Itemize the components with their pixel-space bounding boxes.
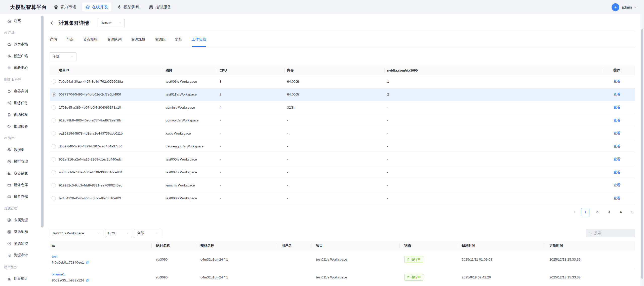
nav-compute-market[interactable]: 算力市场: [50, 3, 80, 12]
sidebar-item-resource-audit[interactable]: 资源审计: [0, 249, 45, 261]
page-title: 计算集群详情: [59, 20, 89, 26]
workload-filter-select[interactable]: 全部: [50, 52, 76, 61]
tab-monitor[interactable]: 监控: [175, 32, 182, 47]
page-button-2[interactable]: 2: [593, 208, 601, 216]
row-radio[interactable]: [52, 118, 56, 122]
nav-inference-service[interactable]: 推理服务: [145, 3, 175, 12]
prev-page-button[interactable]: [571, 208, 578, 216]
project-id: 7b0e54af-30ae-4457-8e4d-792e0566038a: [59, 80, 166, 83]
sidebar-section-model-service: 模型服务: [0, 261, 45, 273]
page-button-3[interactable]: 3: [605, 208, 613, 216]
tab-resource-group[interactable]: 资源组: [155, 32, 166, 47]
row-radio[interactable]: [52, 183, 56, 187]
sidebar: 总览 AI 广场 算力市场 模型广场 体验中心 训练 & 推理 容器实例 训练任…: [0, 14, 45, 286]
page-scrollbar-thumb[interactable]: [641, 29, 643, 279]
nav-label: 在线开发: [92, 5, 108, 10]
avatar[interactable]: A: [612, 3, 619, 11]
view-link[interactable]: 查看: [614, 144, 620, 148]
sidebar-section-resource-mgmt: 资源管理: [0, 203, 45, 214]
sidebar-item-container-image[interactable]: 容器镜像: [0, 168, 45, 179]
view-link[interactable]: 查看: [614, 105, 620, 109]
row-radio[interactable]: [52, 105, 56, 110]
spec-name: c4m32g1gm24 * 1: [198, 258, 279, 261]
workspace-select[interactable]: test011's Workspace: [50, 229, 103, 237]
sync-icon: [407, 276, 410, 279]
view-link[interactable]: 查看: [614, 183, 620, 187]
cluster-select[interactable]: Default: [98, 19, 125, 27]
gpu-value: -: [387, 106, 605, 109]
view-link[interactable]: 查看: [614, 196, 620, 200]
row-radio[interactable]: [52, 144, 56, 148]
sidebar-item-disk-storage[interactable]: 磁盘存储: [0, 191, 45, 203]
view-link[interactable]: 查看: [614, 170, 620, 174]
view-link[interactable]: 查看: [614, 157, 620, 161]
page-button-1[interactable]: 1: [581, 208, 589, 216]
view-link[interactable]: 查看: [614, 131, 620, 135]
sidebar-item-dataset[interactable]: 数据集: [0, 144, 45, 156]
gpu-value: -: [387, 183, 605, 187]
type-select[interactable]: ECS: [105, 229, 132, 237]
copy-icon[interactable]: [86, 278, 90, 282]
row-radio[interactable]: [52, 131, 56, 136]
sidebar-item-usage-stats[interactable]: 用量统计: [0, 273, 45, 285]
sidebar-scrollbar[interactable]: [41, 16, 44, 228]
tab-resource-spec[interactable]: 资源规格: [131, 32, 145, 47]
row-radio-checked[interactable]: [52, 92, 56, 97]
tab-detail[interactable]: 详情: [50, 32, 57, 47]
sidebar-item-training-task[interactable]: 训练任务: [0, 97, 45, 109]
gpu-value: -: [387, 144, 605, 148]
row-radio[interactable]: [52, 157, 56, 162]
sidebar-item-model-plaza[interactable]: 模型广场: [0, 50, 45, 62]
chevron-down-icon[interactable]: [634, 6, 637, 9]
tab-nodes[interactable]: 节点: [66, 32, 74, 47]
queue-name: rtx3090: [154, 258, 198, 261]
project-name: test007's Workspace: [166, 170, 220, 174]
copy-icon[interactable]: [86, 261, 90, 264]
workload-detail-filters: test011's Workspace ECS 全部 搜索: [50, 229, 635, 237]
sidebar-item-label: 推理服务: [14, 124, 28, 129]
sidebar-item-container-instance[interactable]: 容器实例: [0, 85, 45, 97]
page-scrollbar: [640, 14, 644, 286]
sidebar-item-inference-service[interactable]: 推理服务: [0, 121, 45, 133]
sidebar-item-label: 资源配额: [14, 230, 28, 234]
cpu-value: -: [220, 144, 287, 148]
project-id: 919b78b8-46f6-40ed-a057-8ad672eef3fb: [59, 118, 166, 122]
page-button-4[interactable]: 4: [617, 208, 625, 216]
tab-workload[interactable]: 工作负载: [192, 32, 206, 47]
back-arrow-icon[interactable]: [50, 20, 55, 26]
sidebar-item-resource-quota[interactable]: 资源配额: [0, 226, 45, 238]
sidebar-item-image-registry[interactable]: 镜像仓库: [0, 179, 45, 191]
status-select[interactable]: 全部: [134, 229, 161, 237]
sidebar-item-overview[interactable]: 总览: [0, 15, 45, 27]
view-link[interactable]: 查看: [614, 79, 620, 83]
row-radio[interactable]: [52, 196, 56, 200]
row-radio[interactable]: [52, 79, 56, 84]
chevron-down-icon: [118, 21, 122, 24]
view-link[interactable]: 查看: [614, 92, 620, 96]
instance-name-link[interactable]: test: [52, 255, 154, 258]
sidebar-item-model-management[interactable]: 模型管理: [0, 156, 45, 168]
next-page-button[interactable]: [628, 208, 635, 216]
user-menu[interactable]: A admin: [612, 3, 637, 11]
instance-name-link[interactable]: ollama-1: [52, 272, 154, 276]
nav-model-training[interactable]: 模型训练: [113, 3, 143, 12]
tab-resource-queue[interactable]: 资源队列: [107, 32, 122, 47]
sidebar-item-dedicated-resource[interactable]: 专属资源: [0, 214, 45, 226]
instance-id: f40a0eb0...72840ee1: [52, 261, 84, 264]
sidebar-item-label: 总览: [14, 19, 21, 23]
chevron-down-icon: [70, 55, 73, 58]
view-link[interactable]: 查看: [614, 118, 620, 122]
sidebar-item-training-template[interactable]: 训练模板: [0, 109, 45, 121]
loop-icon: [7, 89, 11, 93]
table-row: 919982c0-9cc3-4dd9-8321-ee7690f245ec lem…: [50, 179, 635, 192]
nav-online-dev[interactable]: 在线开发: [82, 3, 111, 12]
sidebar-item-experience-center[interactable]: 体验中心: [0, 62, 45, 74]
sidebar-item-compute-market[interactable]: 算力市场: [0, 39, 45, 50]
instance-id: 8059a0f5...b939a124: [52, 278, 84, 282]
project-id: a58b5cb6-7d8e-4d0a-b10f-3080316ce831: [59, 170, 166, 174]
sidebar-item-resource-monitor[interactable]: 资源监控: [0, 238, 45, 250]
circles-icon: [7, 54, 11, 58]
search-input[interactable]: 搜索: [586, 229, 635, 237]
tab-node-spec[interactable]: 节点规格: [83, 32, 98, 47]
row-radio[interactable]: [52, 170, 56, 174]
